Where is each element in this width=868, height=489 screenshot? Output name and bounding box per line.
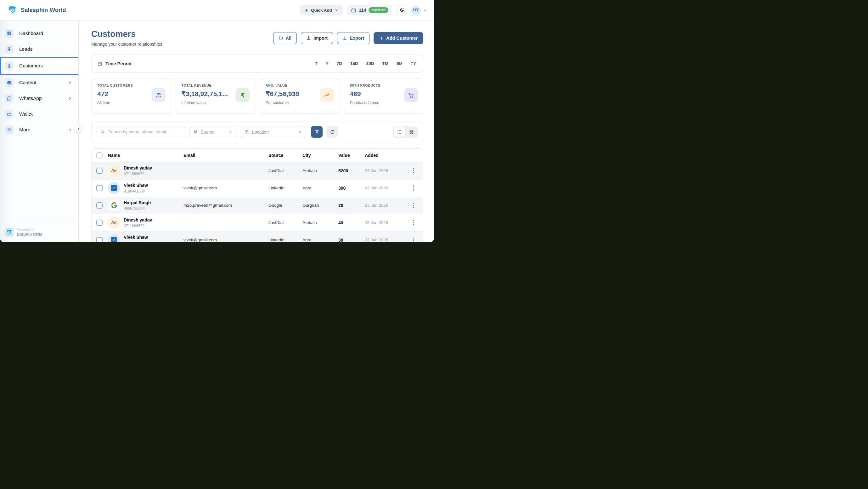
justdial-avatar: Jd [108, 217, 120, 229]
upload-icon [306, 36, 311, 40]
search-icon [100, 129, 105, 135]
period-ty[interactable]: TY [410, 60, 417, 67]
linkedin-avatar: in [108, 234, 120, 242]
row-checkbox[interactable] [96, 202, 102, 208]
source-select[interactable]: Source [189, 126, 236, 138]
credits-widget[interactable]: 114 CREDITS [347, 5, 392, 16]
sidebar-item-content[interactable]: Content [0, 75, 79, 90]
users-icon [152, 88, 165, 102]
period-6m[interactable]: 6M [396, 60, 403, 67]
customer-name: Vivek Shaw [124, 183, 148, 188]
add-customer-button[interactable]: Add Customer [374, 32, 423, 44]
view-toggle [393, 126, 418, 138]
stat-label: WITH PRODUCTS [350, 84, 404, 87]
leads-icon [5, 45, 13, 54]
row-checkbox[interactable] [96, 237, 102, 242]
chevron-right-icon [68, 128, 72, 132]
wallet-icon [351, 7, 356, 13]
sidebar-collapse-button[interactable] [74, 124, 83, 133]
sidebar-item-label: Customers [19, 63, 72, 69]
row-checkbox[interactable] [96, 168, 102, 174]
wallet-icon [5, 110, 13, 118]
sidebar-item-leads[interactable]: Leads [0, 41, 79, 57]
customer-email: - [182, 162, 267, 179]
column-header-city: City [301, 149, 336, 162]
row-menu-button[interactable] [409, 218, 418, 227]
row-menu-button[interactable] [409, 236, 418, 242]
all-button[interactable]: All [273, 32, 297, 44]
main-content: Customers Manage your customer relations… [79, 21, 434, 242]
stat-value: ₹3,18,92,75,1... [182, 90, 236, 98]
sidebar-item-label: Leads [19, 46, 72, 52]
rupee-icon: ₹ [236, 88, 250, 102]
quick-add-button[interactable]: Quick Add [300, 5, 343, 16]
customer-added: 23 Jan 2026 [363, 179, 404, 197]
list-view-button[interactable] [394, 127, 405, 137]
download-icon [342, 36, 347, 40]
sidebar-footer: 🐬 Powered by Dolphin CRM [0, 219, 79, 242]
stat-sub: Purchased items [350, 100, 404, 105]
folder-icon [279, 36, 283, 40]
row-checkbox[interactable] [96, 185, 102, 191]
period-30d[interactable]: 30D [366, 60, 375, 67]
location-select[interactable]: Location [241, 126, 306, 138]
customer-email: - [182, 214, 267, 231]
content-image-icon [5, 78, 13, 87]
user-menu[interactable]: DY [411, 6, 427, 15]
customer-source: JustDial [267, 214, 301, 231]
plus-icon [379, 36, 384, 40]
avatar[interactable]: DY [411, 6, 421, 15]
table-row[interactable]: in Vivek Shaw9199441609 vivek@gmail.com … [92, 179, 423, 197]
row-checkbox[interactable] [96, 220, 102, 226]
table-row[interactable]: Harpal Singh9999725204 m26.praveen@gmail… [92, 197, 423, 214]
users-icon [193, 130, 198, 134]
chevron-down-icon [335, 8, 338, 12]
row-menu-button[interactable] [409, 201, 418, 210]
stat-sub: All time [97, 100, 152, 105]
page-actions: All Import Export Add Customer [273, 32, 423, 44]
period-today[interactable]: T [314, 60, 318, 67]
table-row[interactable]: Jd Dinesh yadav9711666679 - JustDial Amb… [92, 214, 423, 231]
period-15d[interactable]: 15D [350, 60, 359, 67]
brand-name: Salesphin World [21, 7, 66, 13]
linkedin-avatar: in [108, 182, 120, 194]
sidebar-item-customers[interactable]: Customers [0, 57, 79, 75]
dashboard-icon [5, 29, 13, 38]
sort-arrows-icon [298, 130, 302, 134]
customer-added: 23 Jan 2026 [363, 197, 404, 214]
export-button[interactable]: Export [337, 32, 370, 44]
customer-phone: 9199441609 [124, 241, 148, 242]
page-title: Customers [91, 29, 162, 39]
customer-city: Gurgoan [301, 197, 336, 214]
funnel-icon [314, 130, 319, 135]
period-7d[interactable]: 7D [336, 60, 343, 67]
row-menu-button[interactable] [409, 184, 418, 193]
period-yesterday[interactable]: Y [325, 60, 329, 67]
sidebar-item-wallet[interactable]: Wallet [0, 106, 79, 122]
customer-email: vivek@gmail.com [182, 179, 267, 197]
theme-toggle-button[interactable] [397, 5, 407, 16]
powered-by-label: Powered by [17, 228, 42, 231]
grid-view-icon [409, 130, 414, 134]
chevron-right-icon [68, 96, 72, 100]
select-all-checkbox[interactable] [96, 152, 102, 159]
period-tm[interactable]: TM [381, 60, 389, 67]
add-customer-button-label: Add Customer [386, 36, 417, 41]
shopping-cart-icon [404, 88, 418, 102]
customer-source: LinkedIn [267, 231, 301, 242]
filter-button[interactable] [311, 126, 322, 138]
refresh-button[interactable] [327, 126, 338, 138]
import-button[interactable]: Import [301, 32, 333, 44]
table-row[interactable]: in Vivek Shaw9199441609 vivek@gmail.com … [92, 231, 423, 242]
stat-value: 472 [97, 90, 152, 98]
quick-add-label: Quick Add [311, 8, 332, 12]
row-menu-button[interactable] [409, 166, 418, 175]
plus-icon [304, 8, 308, 12]
sidebar-item-whatsapp[interactable]: WhatsApp [0, 90, 79, 106]
search-input[interactable] [97, 126, 185, 138]
sidebar-item-more[interactable]: More [0, 122, 79, 138]
table-row[interactable]: Jd Dinesh yadav9711666679 - JustDial Amb… [92, 162, 423, 179]
grid-view-button[interactable] [406, 127, 417, 137]
sidebar-item-dashboard[interactable]: Dashboard [0, 26, 79, 41]
customer-email: m26.praveen@gmail.com [182, 197, 267, 214]
